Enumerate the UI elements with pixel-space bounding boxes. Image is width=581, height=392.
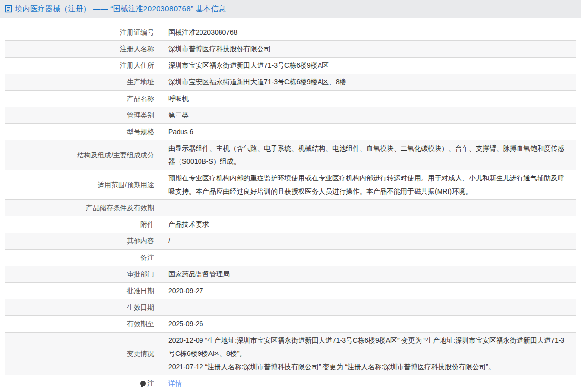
row-label: 适用范围/预期用途 [5, 170, 161, 200]
row-value: 呼吸机 [161, 91, 576, 107]
page-title: 境内医疗器械（注册） —— “国械注准20203080768” 基本信息 [15, 4, 226, 14]
row-value: 预期在专业医疗机构内部的重症监护环境使用或在专业医疗机构内部进行转运时使用。用于… [161, 170, 576, 200]
row-label: 注册证编号 [5, 24, 161, 41]
main-content: 注册证编号国械注准20203080768注册人名称深圳市普博医疗科技股份有限公司… [0, 18, 581, 392]
row-label: 产品储存条件及有效期 [5, 200, 161, 216]
page: 境内医疗器械（注册） —— “国械注准20203080768” 基本信息 注册证… [0, 0, 581, 392]
row-value: 国械注准20203080768 [161, 24, 576, 41]
row-value: 2025-09-26 [161, 316, 576, 333]
row-value [161, 299, 576, 316]
table-row: 注册证编号国械注准20203080768 [5, 24, 576, 41]
table-row: 审批部门国家药品监督管理局 [5, 266, 576, 283]
row-label: 变更情况 [5, 333, 161, 375]
row-value [161, 200, 576, 216]
row-label: 批准日期 [5, 283, 161, 299]
row-label: 注册人住所 [5, 58, 161, 74]
table-row: 生产地址深圳市宝安区福永街道新田大道71-3号C栋6楼9楼A区、8楼 [5, 74, 576, 91]
row-label-text: 注 [147, 379, 154, 387]
row-label: 备注 [5, 250, 161, 266]
row-label: 其他内容 [5, 233, 161, 250]
table-row: 有效期至2025-09-26 [5, 316, 576, 333]
bulb-icon [140, 381, 146, 386]
table-row: 备注 [5, 250, 576, 266]
table-row: 变更情况2020-12-09 “生产地址:深圳市宝安区福永街道新田大道71-3号… [5, 333, 576, 375]
row-value: / [161, 233, 576, 250]
row-value: 产品技术要求 [161, 216, 576, 233]
table-row: 产品名称呼吸机 [5, 91, 576, 107]
row-value: Padus 6 [161, 124, 576, 140]
details-link[interactable]: 详情 [168, 379, 182, 387]
row-label: 产品名称 [5, 91, 161, 107]
table-row: 其他内容/ [5, 233, 576, 250]
row-value [161, 250, 576, 266]
table-row: 注详情 [5, 375, 576, 392]
row-label: 有效期至 [5, 316, 161, 333]
row-label: 生产地址 [5, 74, 161, 91]
row-label: 审批部门 [5, 266, 161, 283]
table-row: 注册人住所深圳市宝安区福永街道新田大道71-3号C栋6楼9楼A区 [5, 58, 576, 74]
table-row: 附件产品技术要求 [5, 216, 576, 233]
table-row: 批准日期2020-09-27 [5, 283, 576, 299]
table-row: 管理类别第三类 [5, 107, 576, 124]
row-value: 深圳市普博医疗科技股份有限公司 [161, 41, 576, 58]
row-value: 国家药品监督管理局 [161, 266, 576, 283]
row-value: 由显示器组件、主机（含气路、电子系统、机械结构、电池组件、血氧模块、二氧化碳模块… [161, 140, 576, 170]
row-label: 管理类别 [5, 107, 161, 124]
row-value: 2020-09-27 [161, 283, 576, 299]
table-row: 产品储存条件及有效期 [5, 200, 576, 216]
row-value: 详情 [161, 375, 576, 392]
table-row: 适用范围/预期用途预期在专业医疗机构内部的重症监护环境使用或在专业医疗机构内部进… [5, 170, 576, 200]
row-value: 第三类 [161, 107, 576, 124]
page-header: 境内医疗器械（注册） —— “国械注准20203080768” 基本信息 [0, 0, 581, 18]
row-label: 注 [5, 375, 161, 392]
row-label: 注册人名称 [5, 41, 161, 58]
row-label: 生效日期 [5, 299, 161, 316]
row-value: 2020-12-09 “生产地址:深圳市宝安区福永街道新田大道71-3号C栋6楼… [161, 333, 576, 375]
table-row: 型号规格Padus 6 [5, 124, 576, 140]
row-label: 附件 [5, 216, 161, 233]
row-value: 深圳市宝安区福永街道新田大道71-3号C栋6楼9楼A区 [161, 58, 576, 74]
row-label: 型号规格 [5, 124, 161, 140]
document-icon [5, 5, 12, 13]
table-row: 注册人名称深圳市普博医疗科技股份有限公司 [5, 41, 576, 58]
table-row: 结构及组成/主要组成成分由显示器组件、主机（含气路、电子系统、机械结构、电池组件… [5, 140, 576, 170]
row-value: 深圳市宝安区福永街道新田大道71-3号C栋6楼9楼A区、8楼 [161, 74, 576, 91]
registration-info-table: 注册证编号国械注准20203080768注册人名称深圳市普博医疗科技股份有限公司… [5, 24, 576, 392]
table-row: 生效日期 [5, 299, 576, 316]
row-label: 结构及组成/主要组成成分 [5, 140, 161, 170]
